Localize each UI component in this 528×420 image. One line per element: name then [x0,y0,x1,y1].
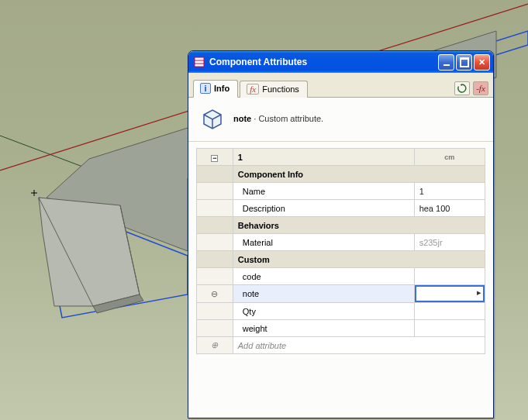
attr-key: Description [233,200,414,217]
add-attribute-label: Add attribute [233,337,485,354]
titlebar[interactable]: Component Attributes [188,51,493,73]
attributes-grid: − 1 cm Component Info Name 1 Description… [196,148,485,354]
remove-row-icon[interactable]: ⊖ [197,285,233,303]
row-code[interactable]: code [197,268,485,285]
component-attributes-window: Component Attributes i Info fx Functions… [188,50,494,418]
attr-key: Material [233,234,414,251]
maximize-button[interactable] [456,54,472,71]
refresh-button[interactable] [454,81,470,95]
units-label[interactable]: cm [414,149,485,166]
section-behaviors: Behaviors [197,217,485,234]
attribute-info-header: note · Custom attribute. [188,98,493,142]
row-qty[interactable]: Qty [197,303,485,320]
info-icon: i [200,83,211,94]
tabstrip: i Info fx Functions -fx [188,73,493,98]
attr-key: code [233,268,414,285]
section-title: Behaviors [233,217,485,234]
section-custom: Custom [197,251,485,268]
tab-info[interactable]: i Info [193,80,238,98]
attr-val[interactable]: 1 [414,183,485,200]
attr-key: weight [233,320,414,337]
fx-toggle-icon: -fx [476,84,485,93]
close-button[interactable] [474,54,490,71]
attr-key: note [233,285,414,303]
collapse-toggle-icon[interactable]: − [211,155,218,162]
row-material[interactable]: Material s235jr [197,234,485,251]
section-component-info: Component Info [197,166,485,183]
row-description[interactable]: Description hea 100 [197,200,485,217]
attr-val[interactable]: hea 100 [414,200,485,217]
section-title: Custom [233,251,485,268]
app-icon [193,56,205,68]
attr-val[interactable] [414,268,485,285]
tab-info-label: Info [214,84,229,93]
component-header-row[interactable]: − 1 cm [197,149,485,166]
row-weight[interactable]: weight [197,320,485,337]
section-title: Component Info [233,166,485,183]
attr-key: Name [233,183,414,200]
component-cube-icon [199,105,226,132]
row-name[interactable]: Name 1 [197,183,485,200]
fx-icon: fx [247,84,259,95]
note-input[interactable] [415,285,485,302]
attribute-description: · Custom attribute. [251,114,323,123]
svg-rect-9 [195,57,204,67]
refresh-icon [457,84,467,93]
attr-val-cell [414,285,485,303]
fx-toggle-button[interactable]: -fx [473,81,488,95]
attr-val[interactable] [414,320,485,337]
attr-val[interactable]: s235jr [414,234,485,251]
row-add-attribute[interactable]: ⊕ Add attribute [197,337,485,354]
minimize-button[interactable] [438,54,454,71]
attribute-name: note [233,114,251,123]
row-note[interactable]: ⊖ note [197,285,485,303]
attr-key: Qty [233,303,414,320]
add-row-icon[interactable]: ⊕ [197,337,233,354]
window-title: Component Attributes [209,57,437,67]
attr-val[interactable] [414,303,485,320]
component-name: 1 [233,149,414,166]
tab-functions[interactable]: fx Functions [240,81,308,98]
svg-marker-12 [461,84,463,86]
attributes-grid-wrap: − 1 cm Component Info Name 1 Description… [188,142,493,418]
tab-functions-label: Functions [262,84,299,94]
